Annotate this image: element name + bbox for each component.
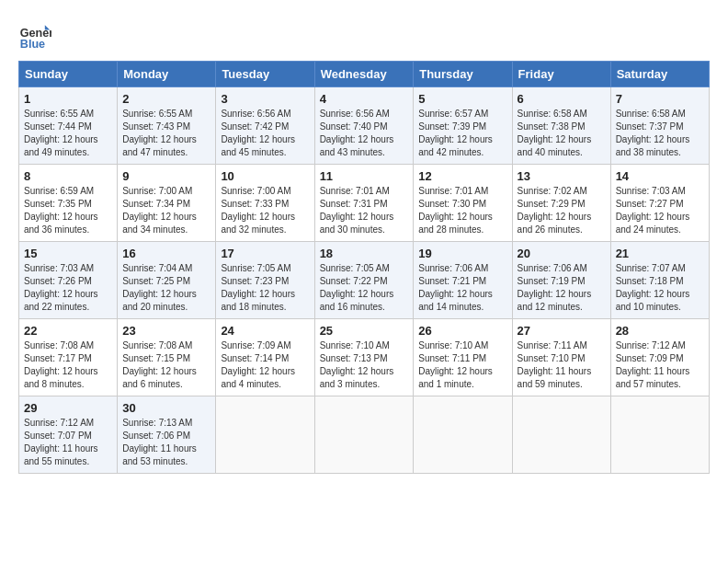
day-number: 6 — [518, 92, 606, 106]
day-number: 16 — [122, 247, 210, 260]
calendar-cell: 6Sunrise: 6:58 AMSunset: 7:38 PMDaylight… — [512, 87, 610, 165]
calendar-cell: 13Sunrise: 7:02 AMSunset: 7:29 PMDayligh… — [512, 165, 610, 242]
day-number: 20 — [518, 247, 606, 260]
day-info: Sunrise: 6:56 AMSunset: 7:42 PMDaylight:… — [221, 108, 309, 159]
day-number: 29 — [24, 401, 112, 415]
day-info: Sunrise: 6:57 AMSunset: 7:39 PMDaylight:… — [418, 108, 506, 159]
calendar-cell: 2Sunrise: 6:55 AMSunset: 7:43 PMDaylight… — [118, 87, 216, 165]
day-number: 18 — [320, 247, 409, 260]
calendar-cell: 23Sunrise: 7:08 AMSunset: 7:15 PMDayligh… — [118, 319, 216, 396]
calendar-cell: 11Sunrise: 7:01 AMSunset: 7:31 PMDayligh… — [314, 165, 414, 242]
calendar-cell — [216, 396, 314, 474]
day-info: Sunrise: 7:05 AMSunset: 7:22 PMDaylight:… — [320, 262, 409, 314]
day-info: Sunrise: 7:06 AMSunset: 7:19 PMDaylight:… — [518, 262, 606, 314]
day-info: Sunrise: 7:00 AMSunset: 7:34 PMDaylight:… — [122, 185, 210, 236]
day-info: Sunrise: 7:10 AMSunset: 7:13 PMDaylight:… — [320, 339, 409, 391]
day-number: 9 — [122, 169, 210, 183]
day-info: Sunrise: 7:02 AMSunset: 7:29 PMDaylight:… — [518, 185, 606, 236]
day-info: Sunrise: 7:01 AMSunset: 7:31 PMDaylight:… — [320, 185, 409, 236]
calendar-cell: 4Sunrise: 6:56 AMSunset: 7:40 PMDaylight… — [314, 87, 414, 165]
day-number: 15 — [24, 247, 112, 260]
calendar-cell: 25Sunrise: 7:10 AMSunset: 7:13 PMDayligh… — [314, 319, 414, 396]
day-info: Sunrise: 7:04 AMSunset: 7:25 PMDaylight:… — [122, 262, 210, 314]
day-info: Sunrise: 6:58 AMSunset: 7:38 PMDaylight:… — [518, 108, 606, 159]
calendar-cell: 1Sunrise: 6:55 AMSunset: 7:44 PMDaylight… — [19, 87, 118, 165]
day-info: Sunrise: 7:11 AMSunset: 7:10 PMDaylight:… — [518, 339, 606, 391]
calendar-cell: 8Sunrise: 6:59 AMSunset: 7:35 PMDaylight… — [19, 165, 118, 242]
calendar-cell: 7Sunrise: 6:58 AMSunset: 7:37 PMDaylight… — [610, 87, 709, 165]
calendar-cell: 27Sunrise: 7:11 AMSunset: 7:10 PMDayligh… — [512, 319, 610, 396]
calendar-week-2: 8Sunrise: 6:59 AMSunset: 7:35 PMDaylight… — [19, 165, 710, 242]
day-number: 1 — [24, 92, 112, 106]
day-number: 4 — [320, 92, 409, 106]
calendar-cell: 28Sunrise: 7:12 AMSunset: 7:09 PMDayligh… — [610, 319, 709, 396]
day-info: Sunrise: 6:55 AMSunset: 7:43 PMDaylight:… — [122, 108, 210, 159]
calendar-cell — [512, 396, 610, 474]
day-number: 8 — [24, 169, 112, 183]
page-header: General Blue — [18, 18, 710, 52]
day-info: Sunrise: 7:03 AMSunset: 7:27 PMDaylight:… — [616, 185, 704, 236]
day-number: 13 — [518, 169, 606, 183]
weekday-header-saturday: Saturday — [610, 62, 709, 87]
day-number: 22 — [24, 324, 112, 338]
day-info: Sunrise: 7:03 AMSunset: 7:26 PMDaylight:… — [24, 262, 112, 314]
calendar-body: 1Sunrise: 6:55 AMSunset: 7:44 PMDaylight… — [19, 87, 710, 474]
day-number: 12 — [418, 169, 506, 183]
calendar-cell: 19Sunrise: 7:06 AMSunset: 7:21 PMDayligh… — [414, 242, 512, 319]
calendar-week-4: 22Sunrise: 7:08 AMSunset: 7:17 PMDayligh… — [19, 319, 710, 396]
day-info: Sunrise: 7:08 AMSunset: 7:15 PMDaylight:… — [122, 339, 210, 391]
day-number: 19 — [418, 247, 506, 260]
calendar-cell: 10Sunrise: 7:00 AMSunset: 7:33 PMDayligh… — [216, 165, 314, 242]
day-number: 5 — [418, 92, 506, 106]
day-info: Sunrise: 6:55 AMSunset: 7:44 PMDaylight:… — [24, 108, 112, 159]
calendar-week-1: 1Sunrise: 6:55 AMSunset: 7:44 PMDaylight… — [19, 87, 710, 165]
calendar-cell: 9Sunrise: 7:00 AMSunset: 7:34 PMDaylight… — [118, 165, 216, 242]
day-number: 21 — [616, 247, 704, 260]
weekday-header-wednesday: Wednesday — [314, 62, 414, 87]
calendar-cell: 16Sunrise: 7:04 AMSunset: 7:25 PMDayligh… — [118, 242, 216, 319]
logo: General Blue — [18, 18, 55, 52]
calendar-cell: 18Sunrise: 7:05 AMSunset: 7:22 PMDayligh… — [314, 242, 414, 319]
calendar-cell: 21Sunrise: 7:07 AMSunset: 7:18 PMDayligh… — [610, 242, 709, 319]
calendar-cell: 29Sunrise: 7:12 AMSunset: 7:07 PMDayligh… — [19, 396, 118, 474]
day-info: Sunrise: 7:01 AMSunset: 7:30 PMDaylight:… — [418, 185, 506, 236]
calendar-cell: 30Sunrise: 7:13 AMSunset: 7:06 PMDayligh… — [118, 396, 216, 474]
day-info: Sunrise: 7:10 AMSunset: 7:11 PMDaylight:… — [418, 339, 506, 391]
day-info: Sunrise: 7:12 AMSunset: 7:09 PMDaylight:… — [616, 339, 704, 391]
calendar-cell: 17Sunrise: 7:05 AMSunset: 7:23 PMDayligh… — [216, 242, 314, 319]
calendar-cell: 12Sunrise: 7:01 AMSunset: 7:30 PMDayligh… — [414, 165, 512, 242]
day-info: Sunrise: 6:58 AMSunset: 7:37 PMDaylight:… — [616, 108, 704, 159]
weekday-header-monday: Monday — [118, 62, 216, 87]
weekday-header-sunday: Sunday — [19, 62, 118, 87]
day-number: 11 — [320, 169, 409, 183]
calendar-cell: 14Sunrise: 7:03 AMSunset: 7:27 PMDayligh… — [610, 165, 709, 242]
day-number: 17 — [221, 247, 309, 260]
day-number: 30 — [122, 401, 210, 415]
calendar-cell: 26Sunrise: 7:10 AMSunset: 7:11 PMDayligh… — [414, 319, 512, 396]
day-info: Sunrise: 7:13 AMSunset: 7:06 PMDaylight:… — [122, 417, 210, 468]
calendar-cell — [610, 396, 709, 474]
day-info: Sunrise: 6:56 AMSunset: 7:40 PMDaylight:… — [320, 108, 409, 159]
calendar-table: SundayMondayTuesdayWednesdayThursdayFrid… — [18, 61, 710, 474]
day-number: 14 — [616, 169, 704, 183]
day-number: 2 — [122, 92, 210, 106]
calendar-header-row: SundayMondayTuesdayWednesdayThursdayFrid… — [19, 62, 710, 87]
calendar-cell: 24Sunrise: 7:09 AMSunset: 7:14 PMDayligh… — [216, 319, 314, 396]
calendar-cell: 3Sunrise: 6:56 AMSunset: 7:42 PMDaylight… — [216, 87, 314, 165]
svg-text:Blue: Blue — [20, 38, 45, 51]
day-info: Sunrise: 7:06 AMSunset: 7:21 PMDaylight:… — [418, 262, 506, 314]
day-number: 25 — [320, 324, 409, 338]
weekday-header-thursday: Thursday — [414, 62, 512, 87]
day-number: 28 — [616, 324, 704, 338]
calendar-week-5: 29Sunrise: 7:12 AMSunset: 7:07 PMDayligh… — [19, 396, 710, 474]
calendar-cell: 15Sunrise: 7:03 AMSunset: 7:26 PMDayligh… — [19, 242, 118, 319]
weekday-header-friday: Friday — [512, 62, 610, 87]
calendar-week-3: 15Sunrise: 7:03 AMSunset: 7:26 PMDayligh… — [19, 242, 710, 319]
day-info: Sunrise: 6:59 AMSunset: 7:35 PMDaylight:… — [24, 185, 112, 236]
day-number: 27 — [518, 324, 606, 338]
calendar-cell — [314, 396, 414, 474]
calendar-cell — [414, 396, 512, 474]
day-info: Sunrise: 7:00 AMSunset: 7:33 PMDaylight:… — [221, 185, 309, 236]
day-number: 3 — [221, 92, 309, 106]
day-number: 26 — [418, 324, 506, 338]
